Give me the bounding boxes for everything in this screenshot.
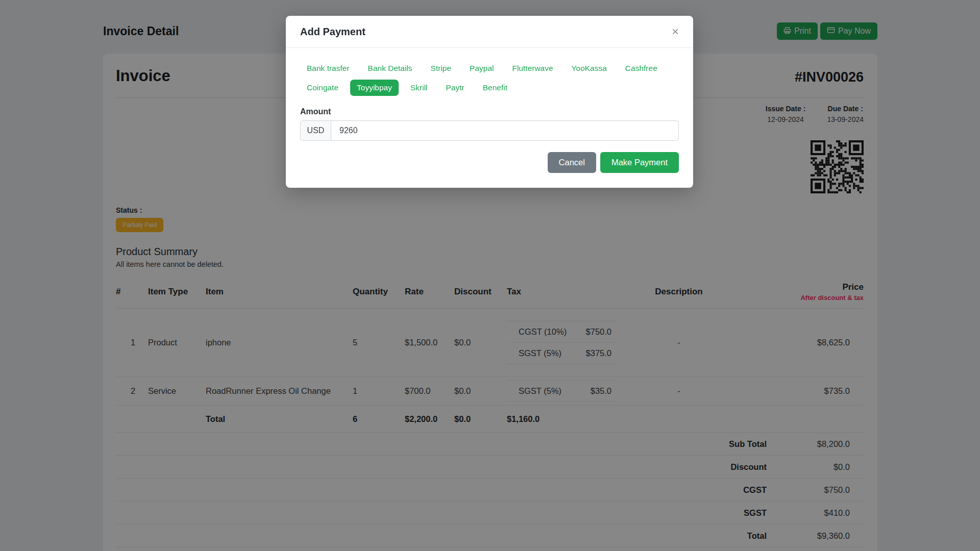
tab-bank-details[interactable]: Bank Details (361, 60, 419, 77)
amount-input[interactable] (331, 120, 679, 141)
modal-title: Add Payment (300, 26, 365, 38)
tab-cashfree[interactable]: Cashfree (619, 60, 664, 77)
modal-header: Add Payment × (286, 16, 693, 48)
modal-body: Bank trasfer Bank Details Stripe Paypal … (286, 48, 693, 141)
amount-label: Amount (300, 107, 679, 116)
payment-method-tabs: Bank trasfer Bank Details Stripe Paypal … (300, 60, 679, 96)
modal-footer: Cancel Make Payment (286, 141, 693, 188)
tab-coingate[interactable]: Coingate (300, 80, 345, 96)
close-icon[interactable]: × (672, 26, 679, 38)
tab-flutterwave[interactable]: Flutterwave (505, 60, 559, 77)
tab-skrill[interactable]: Skrill (404, 80, 434, 96)
cancel-button[interactable]: Cancel (548, 152, 596, 173)
tab-paytr[interactable]: Paytr (439, 80, 471, 96)
tab-yookassa[interactable]: YooKassa (565, 60, 614, 77)
amount-input-group: USD (300, 120, 679, 141)
tab-bank-trasfer[interactable]: Bank trasfer (300, 60, 356, 77)
add-payment-modal: Add Payment × Bank trasfer Bank Details … (286, 16, 693, 188)
tab-toyyibpay[interactable]: Toyyibpay (350, 80, 399, 96)
tab-stripe[interactable]: Stripe (424, 60, 458, 77)
make-payment-button[interactable]: Make Payment (600, 152, 679, 173)
tab-benefit[interactable]: Benefit (476, 80, 514, 96)
currency-prefix: USD (300, 120, 331, 141)
tab-paypal[interactable]: Paypal (463, 60, 500, 77)
